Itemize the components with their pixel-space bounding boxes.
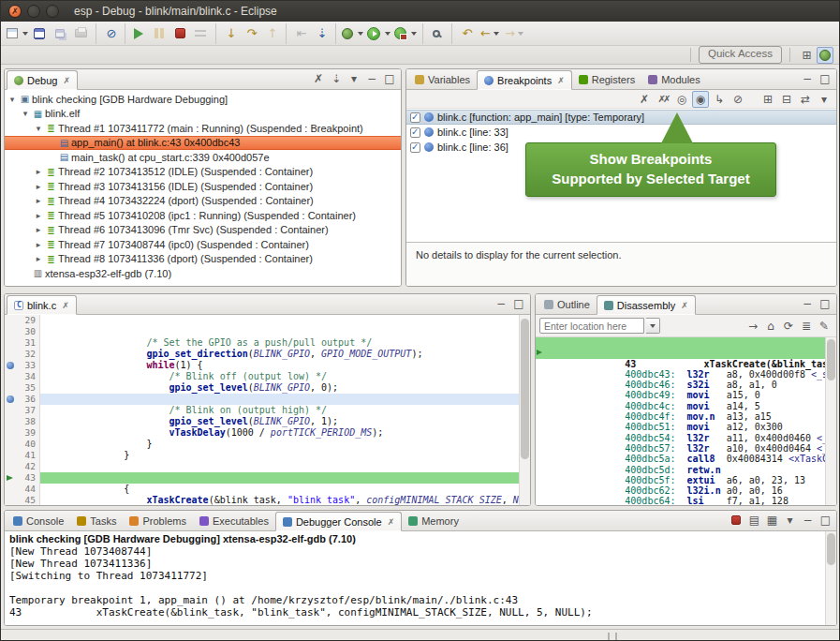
editor-marker-ruler[interactable] xyxy=(5,472,17,484)
terminate-icon[interactable] xyxy=(728,512,744,529)
tree-expander-icon[interactable]: ▸ xyxy=(33,211,44,220)
navigate-to-pc-icon[interactable]: → xyxy=(744,318,761,335)
tab-close-icon[interactable] xyxy=(557,76,565,85)
editor-marker-ruler[interactable] xyxy=(5,360,17,371)
maximize-icon[interactable]: □ xyxy=(817,512,833,529)
editor-marker-ruler[interactable] xyxy=(5,484,17,495)
view-menu-icon[interactable]: ▾ xyxy=(346,70,362,87)
code-line[interactable]: 39 } xyxy=(5,427,530,439)
disassembly-row[interactable]: 400dbc49: movi a15, 0 xyxy=(536,369,836,380)
terminate-button[interactable] xyxy=(170,23,191,44)
debug-perspective-button[interactable] xyxy=(817,47,833,64)
disassembly-row[interactable]: 400dbc62: l32i.n a0, a0, 16 xyxy=(536,465,836,475)
tree-expander-icon[interactable]: ▸ xyxy=(33,240,44,249)
minimize-icon[interactable]: − xyxy=(493,295,509,312)
disassembly-row[interactable]: 400dbc57: l32r a10, 0x400d0464 <_stext+1… xyxy=(536,422,836,432)
external-tools-button[interactable] xyxy=(392,23,419,44)
tab-outline[interactable]: Outline xyxy=(538,294,597,314)
go-to-file-for-breakpoint-icon[interactable]: ↳ xyxy=(711,91,728,108)
instruction-stepping-mode-icon[interactable]: ⇣ xyxy=(328,70,345,87)
location-input[interactable] xyxy=(539,318,644,334)
disassembly-row[interactable]: 400dbc5f: extui a6, a0, 23, 13 xyxy=(536,454,836,464)
editor-marker-ruler[interactable] xyxy=(5,416,17,427)
tab-executables[interactable]: Executables xyxy=(193,511,275,530)
debug-tree-item[interactable]: ▸ Thread #6 1073413096 (Tmr Svc) (Suspen… xyxy=(5,223,401,238)
save-all-button[interactable] xyxy=(51,23,71,44)
disassembly-row[interactable]: 400dbc51: movi a12, 0x300 xyxy=(536,401,836,411)
debug-tree-item[interactable]: ▾ blink checking [GDB Hardware Debugging… xyxy=(5,92,401,107)
code-line[interactable]: 33 gpio_set_level(BLINK_GPIO, 0); xyxy=(5,360,530,371)
home-icon[interactable]: ⌂ xyxy=(762,318,779,335)
debug-tree-item[interactable]: ▸ Thread #8 1073411336 (dport) (Suspende… xyxy=(5,252,401,267)
editor-marker-ruler[interactable] xyxy=(5,439,17,450)
debug-tree-item[interactable]: ▾ blink.elf xyxy=(5,107,401,122)
code-line[interactable]: 40 xyxy=(5,439,530,450)
code-line[interactable]: 32 /* Blink off (output low) */ xyxy=(5,349,530,360)
editor-vertical-scrollbar[interactable] xyxy=(519,315,530,505)
debug-tree-item[interactable]: ▸ Thread #7 1073408744 (ipc0) (Suspended… xyxy=(5,237,401,252)
disassembly-row[interactable]: 43 xTaskCreate(&blink_task, "blink_tas xyxy=(536,337,836,348)
tab-modules[interactable]: Modules xyxy=(641,69,707,89)
remove-all-terminated-icon[interactable]: ✗ xyxy=(310,70,327,87)
code-line[interactable]: 34 vTaskDelay(1000 / portTICK_PERIOD_MS)… xyxy=(5,371,530,382)
tree-expander-icon[interactable]: ▾ xyxy=(7,95,18,104)
track-expression-icon[interactable]: ✎ xyxy=(816,318,833,335)
disassembly-row[interactable]: 400dbc5d: retw.n xyxy=(536,443,836,454)
editor-marker-ruler[interactable] xyxy=(5,394,17,405)
step-over-button[interactable]: ↷ xyxy=(241,23,261,44)
code-line[interactable]: 30 gpio_set_direction(BLINK_GPIO, GPIO_M… xyxy=(5,326,530,337)
instruction-stepping-button[interactable]: ⇣ xyxy=(311,23,332,44)
maximize-icon[interactable]: □ xyxy=(817,70,833,87)
maximize-button[interactable] xyxy=(46,5,59,18)
remove-all-breakpoints-icon[interactable]: ✗✗ xyxy=(655,91,671,108)
close-button[interactable] xyxy=(8,5,22,18)
code-line[interactable]: 37 vTaskDelay(1000 / portTICK_PERIOD_MS)… xyxy=(5,405,530,416)
editor-marker-ruler[interactable] xyxy=(5,427,17,439)
disassembly-row[interactable]: 400dbc43: l32r a8, 0x400d00f8 <_stext+22… xyxy=(536,348,836,358)
show-breakpoints-for-selection-icon[interactable]: ◎ xyxy=(673,91,690,108)
forward-button[interactable]: → xyxy=(501,23,525,44)
tab-debug[interactable]: Debug xyxy=(7,70,78,90)
tree-expander-icon[interactable]: ▸ xyxy=(33,225,44,234)
code-line[interactable]: 45 xyxy=(5,495,530,505)
editor-marker-ruler[interactable] xyxy=(5,495,17,505)
remove-selected-breakpoints-icon[interactable]: ✗ xyxy=(636,91,653,108)
print-button[interactable] xyxy=(71,23,92,44)
open-console-icon[interactable]: ▦ xyxy=(763,512,780,529)
view-menu-icon[interactable]: ▾ xyxy=(816,91,833,108)
scrollbar-thumb[interactable] xyxy=(521,319,529,459)
tree-expander-icon[interactable]: ▸ xyxy=(33,182,44,191)
breakpoint-item[interactable]: blink.c [function: app_main] [type: Temp… xyxy=(406,110,836,125)
breakpoint-item[interactable]: blink.c [line: 33] xyxy=(406,125,836,140)
back-button[interactable]: ← xyxy=(477,23,501,44)
editor-marker-ruler[interactable] xyxy=(5,450,17,461)
maximize-icon[interactable]: □ xyxy=(381,70,398,87)
maximize-icon[interactable]: □ xyxy=(817,295,833,312)
code-line[interactable]: 31 while(1) { xyxy=(5,337,530,349)
tab-disassembly[interactable]: Disassembly xyxy=(597,295,696,315)
breakpoint-checkbox[interactable] xyxy=(410,142,420,153)
tree-expander-icon[interactable]: ▾ xyxy=(33,124,44,133)
debugger-console-output[interactable]: blink checking [GDB Hardware Debugging] … xyxy=(5,531,836,625)
tree-expander-icon[interactable]: ▸ xyxy=(33,196,44,205)
tree-expander-icon[interactable]: ▸ xyxy=(33,167,44,176)
resume-button[interactable] xyxy=(129,23,150,44)
minimize-icon[interactable]: − xyxy=(799,70,816,87)
editor-marker-ruler[interactable] xyxy=(5,382,17,394)
disassembly-row[interactable]: 400dbc4c: movi a14, 5 xyxy=(536,380,836,390)
code-line[interactable]: 42 { xyxy=(5,461,530,472)
editor-marker-ruler[interactable] xyxy=(5,461,17,472)
tab-close-icon[interactable] xyxy=(63,76,70,85)
code-line[interactable]: 41 void app_main() xyxy=(5,450,530,461)
debug-tree-item[interactable]: ▸ Thread #4 1073432224 (dport) (Suspende… xyxy=(5,194,401,209)
code-editor[interactable]: 29 /* Set the GPIO as a push/pull output… xyxy=(5,315,530,505)
skip-all-breakpoints-button[interactable]: ⊘ xyxy=(100,23,121,44)
code-line[interactable]: 38 } xyxy=(5,416,530,427)
run-button[interactable] xyxy=(365,23,392,44)
expand-all-icon[interactable]: ⊞ xyxy=(759,91,776,108)
editor-marker-ruler[interactable] xyxy=(5,315,17,326)
new-wizard-button[interactable] xyxy=(5,23,30,44)
last-edit-location-button[interactable]: ↶ xyxy=(456,23,477,44)
view-menu-icon[interactable]: ▾ xyxy=(781,512,798,529)
tab-problems[interactable]: Problems xyxy=(123,511,192,530)
